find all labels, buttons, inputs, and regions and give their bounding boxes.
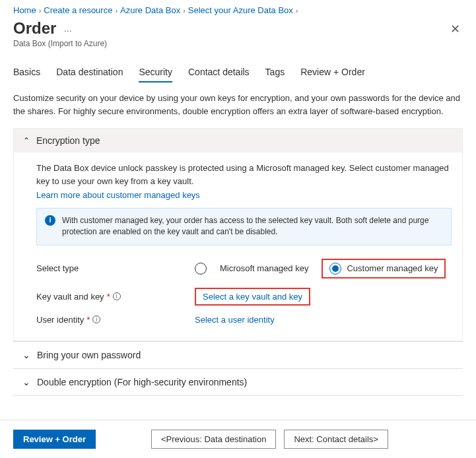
learn-more-link[interactable]: Learn more about customer managed keys (36, 190, 200, 200)
tab-security[interactable]: Security (139, 67, 172, 82)
chevron-down-icon: ⌄ (22, 377, 30, 387)
chevron-right-icon: › (183, 7, 186, 15)
encryption-type-section: ⌃ Encryption type The Data Box device un… (13, 128, 463, 341)
radio-microsoft-managed-label: Microsoft managed key (220, 263, 308, 273)
required-indicator: * (107, 292, 110, 302)
breadcrumb: Home › Create a resource › Azure Data Bo… (13, 5, 463, 15)
help-icon[interactable]: i (113, 292, 121, 300)
highlight-select-key-vault: Select a key vault and key (195, 288, 310, 306)
select-key-vault-link[interactable]: Select a key vault and key (203, 292, 302, 302)
section-title: Bring your own password (37, 350, 141, 360)
intro-text: Customize security on your device by usi… (13, 92, 463, 117)
close-icon[interactable]: ✕ (448, 19, 463, 39)
double-encryption-section[interactable]: ⌄ Double encryption (For high-security e… (13, 368, 463, 396)
breadcrumb-link[interactable]: Home (13, 5, 36, 15)
wizard-footer: Review + Order <Previous: Data destinati… (0, 420, 476, 458)
tab-contact-details[interactable]: Contact details (188, 67, 250, 82)
select-type-label: Select type (36, 263, 195, 273)
tab-review-order[interactable]: Review + Order (300, 67, 365, 82)
select-user-identity-link[interactable]: Select a user identity (195, 315, 275, 325)
required-indicator: * (86, 315, 90, 325)
page-title: Order (13, 19, 56, 38)
more-icon[interactable]: ··· (64, 25, 72, 36)
key-vault-label-text: Key vault and key (36, 292, 104, 302)
tab-basics[interactable]: Basics (13, 67, 40, 82)
review-order-button[interactable]: Review + Order (13, 430, 96, 449)
key-vault-row: Key vault and key * i Select a key vault… (36, 288, 452, 306)
breadcrumb-link[interactable]: Azure Data Box (120, 5, 180, 15)
section-title: Double encryption (For high-security env… (37, 377, 247, 387)
chevron-right-icon: › (296, 7, 298, 15)
chevron-down-icon: ⌄ (22, 350, 30, 360)
chevron-right-icon: › (115, 7, 118, 15)
select-type-row: Select type Microsoft managed key Custom… (36, 259, 452, 278)
previous-button[interactable]: <Previous: Data destination (151, 430, 276, 449)
user-identity-label: User identity * i (36, 315, 195, 325)
encryption-type-header[interactable]: ⌃ Encryption type (14, 129, 462, 152)
tab-data-destination[interactable]: Data destination (56, 67, 123, 82)
breadcrumb-link[interactable]: Select your Azure Data Box (188, 5, 293, 15)
tab-tags[interactable]: Tags (265, 67, 285, 82)
highlight-customer-managed: Customer managed key (322, 259, 446, 278)
user-identity-label-text: User identity (36, 315, 84, 325)
encryption-desc: The Data Box device unlock passkey is pr… (36, 162, 452, 187)
key-vault-label: Key vault and key * i (36, 292, 195, 302)
bring-your-own-password-section[interactable]: ⌄ Bring your own password (13, 341, 463, 368)
chevron-up-icon: ⌃ (23, 136, 30, 145)
next-button[interactable]: Next: Contact details> (284, 430, 388, 449)
breadcrumb-link[interactable]: Create a resource (44, 5, 112, 15)
chevron-right-icon: › (39, 7, 42, 15)
radio-customer-managed-label: Customer managed key (347, 263, 438, 273)
radio-customer-managed[interactable] (329, 263, 341, 275)
tab-bar: Basics Data destination Security Contact… (13, 67, 463, 82)
info-icon: i (45, 215, 55, 226)
help-icon[interactable]: i (92, 315, 100, 323)
info-text: With customer managed key, your order ha… (62, 215, 443, 238)
info-callout: i With customer managed key, your order … (36, 208, 452, 245)
encryption-type-radio-group: Microsoft managed key Customer managed k… (195, 259, 446, 278)
radio-microsoft-managed[interactable] (195, 263, 207, 275)
page-subtitle: Data Box (Import to Azure) (13, 39, 463, 48)
section-title: Encryption type (36, 135, 100, 146)
user-identity-row: User identity * i Select a user identity (36, 315, 452, 325)
